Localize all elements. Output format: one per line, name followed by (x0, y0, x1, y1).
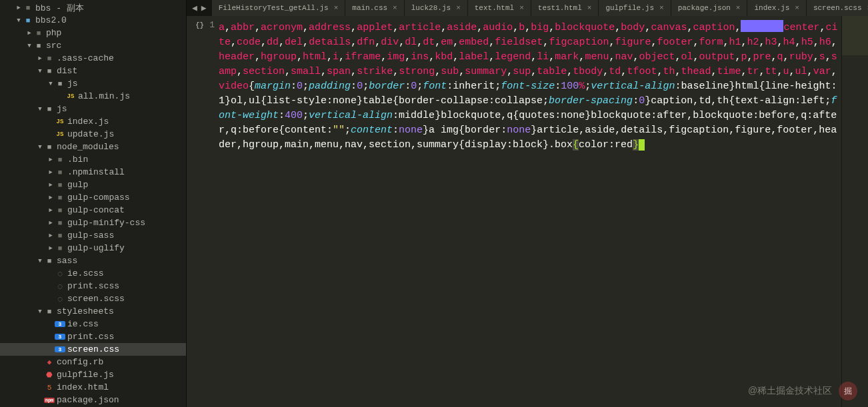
close-icon[interactable]: × (659, 4, 664, 12)
file-icon: ■ (55, 194, 65, 202)
close-icon[interactable]: × (334, 4, 339, 12)
expand-arrow-icon[interactable]: ▼ (36, 308, 44, 315)
tree-item[interactable]: JSall.min.js (0, 90, 186, 103)
expand-arrow-icon[interactable]: ▼ (36, 68, 44, 75)
expand-arrow-icon[interactable]: ► (47, 207, 55, 214)
expand-arrow-icon[interactable]: ► (25, 30, 33, 37)
file-icon: ■ (44, 105, 55, 113)
tree-item[interactable]: ►■.npminstall (0, 166, 186, 179)
tree-item-label: index.js (67, 117, 183, 127)
tree-item[interactable]: 5index.html (0, 381, 186, 394)
tree-item-label: gulp-sass (67, 230, 183, 240)
close-icon[interactable]: × (456, 4, 461, 12)
close-icon[interactable]: × (587, 4, 592, 12)
tree-item[interactable]: ▼■src (0, 39, 186, 52)
editor-tab[interactable]: test1.html× (531, 0, 599, 16)
tree-item[interactable]: JSupdate.js (0, 128, 186, 141)
editor-tab[interactable]: index.js× (747, 0, 806, 16)
tab-nav-icons[interactable]: ◀ ▶ (187, 0, 212, 16)
editor-tab[interactable]: gulpfile.js× (599, 0, 671, 16)
close-icon[interactable]: × (519, 4, 524, 12)
code-content[interactable]: a,abbr,acronym,address,applet,article,as… (219, 16, 841, 407)
close-icon[interactable]: × (393, 4, 397, 12)
tree-item[interactable]: ▼■js (0, 103, 186, 115)
tree-item[interactable]: ►■gulp-concat (0, 204, 186, 216)
tree-item[interactable]: ►■gulp-sass (0, 229, 186, 242)
expand-arrow-icon[interactable]: ▼ (47, 81, 55, 87)
tree-item-label: .bin (67, 155, 183, 165)
tree-item[interactable]: ◌ie.scss (0, 267, 186, 280)
tree-item[interactable]: 3screen.css (0, 343, 186, 356)
code-editor[interactable]: {}1 a,abbr,acronym,address,applet,articl… (187, 16, 868, 407)
tree-item[interactable]: JSindex.js (0, 115, 186, 128)
tree-item[interactable]: ►■gulp-minify-css (0, 216, 186, 229)
tree-item-label: package.json (57, 395, 183, 405)
fold-icon[interactable]: {} (195, 21, 204, 29)
expand-arrow-icon[interactable]: ▼ (25, 43, 33, 49)
file-icon: JS (55, 131, 65, 138)
tree-item[interactable]: ◌screen.scss (0, 292, 186, 305)
editor-tab[interactable]: package.json× (671, 0, 748, 16)
tab-nav-left-icon[interactable]: ◀ (192, 3, 197, 13)
tree-item[interactable]: ►■.sass-cache (0, 52, 186, 65)
editor-tab[interactable]: FileHistoryTest_getAll.js× (212, 0, 346, 16)
editor-tab[interactable]: luck28.js× (405, 0, 468, 16)
expand-arrow-icon[interactable]: ► (15, 5, 23, 11)
tree-item[interactable]: ▼■sass (0, 254, 186, 267)
close-icon[interactable]: × (736, 4, 741, 12)
expand-arrow-icon[interactable]: ► (47, 182, 55, 189)
tree-item[interactable]: ⬣gulpfile.js (0, 368, 186, 381)
tree-item[interactable]: 3ie.css (0, 318, 186, 330)
expand-arrow-icon[interactable]: ▼ (36, 144, 44, 151)
tree-item-label: gulp-concat (67, 205, 183, 215)
expand-arrow-icon[interactable]: ▼ (15, 17, 23, 24)
tree-item[interactable]: ◆config.rb (0, 356, 186, 368)
tree-item-label: .sass-cache (57, 53, 183, 63)
tree-item-label: gulp-uglify (67, 243, 183, 253)
tree-item[interactable]: ▼■node_modules (0, 141, 186, 153)
expand-arrow-icon[interactable]: ► (47, 157, 55, 163)
tab-nav-right-icon[interactable]: ▶ (201, 3, 207, 13)
expand-arrow-icon[interactable]: ► (47, 232, 55, 239)
tree-item[interactable]: ►■.bin (0, 153, 186, 166)
file-icon: ■ (33, 29, 44, 37)
tree-item[interactable]: ◌print.scss (0, 280, 186, 292)
tree-item-label: stylesheets (57, 306, 183, 316)
file-tree[interactable]: ►■bbs - 副本▼■bbs2.0►■php▼■src►■.sass-cach… (0, 0, 187, 407)
file-icon: 3 (55, 334, 65, 340)
expand-arrow-icon[interactable]: ► (47, 245, 55, 252)
expand-arrow-icon[interactable]: ► (36, 55, 44, 62)
tree-item[interactable]: ▼■stylesheets (0, 305, 186, 318)
file-icon: ■ (55, 80, 65, 88)
tab-label: gulpfile.js (605, 4, 654, 12)
expand-arrow-icon[interactable]: ▼ (36, 258, 44, 264)
file-icon: ⬣ (44, 370, 55, 379)
tree-item-label: gulp-minify-css (67, 218, 183, 228)
tree-item-label: update.js (67, 129, 183, 139)
tree-item[interactable]: ►■gulp-compass (0, 191, 186, 204)
tree-item-label: config.rb (57, 357, 183, 367)
close-icon[interactable]: × (795, 4, 799, 12)
tree-item[interactable]: ►■bbs - 副本 (0, 1, 186, 14)
tree-item[interactable]: ▼■dist (0, 65, 186, 77)
editor-tab[interactable]: screen.scss× (807, 0, 868, 16)
tree-item[interactable]: ▼■js (0, 77, 186, 90)
editor-tab[interactable]: text.html× (468, 0, 531, 16)
file-icon: ■ (44, 143, 55, 151)
tree-item[interactable]: 3print.css (0, 330, 186, 343)
file-icon: npm (44, 398, 55, 403)
tree-item-label: js (67, 79, 183, 89)
expand-arrow-icon[interactable]: ► (47, 169, 55, 176)
expand-arrow-icon[interactable]: ► (47, 220, 55, 226)
minimap[interactable] (841, 16, 868, 407)
tree-item[interactable]: npmpackage.json (0, 394, 186, 406)
expand-arrow-icon[interactable]: ► (47, 195, 55, 201)
tree-item[interactable]: ►■php (0, 27, 186, 39)
tree-item-label: node_modules (57, 142, 183, 152)
tree-item[interactable]: ►■gulp (0, 179, 186, 191)
tree-item[interactable]: ►■gulp-uglify (0, 242, 186, 254)
tree-item[interactable]: ▼■bbs2.0 (0, 14, 186, 27)
editor-tab[interactable]: main.css× (345, 0, 404, 16)
tree-item-label: print.scss (67, 281, 183, 291)
expand-arrow-icon[interactable]: ▼ (36, 106, 44, 113)
